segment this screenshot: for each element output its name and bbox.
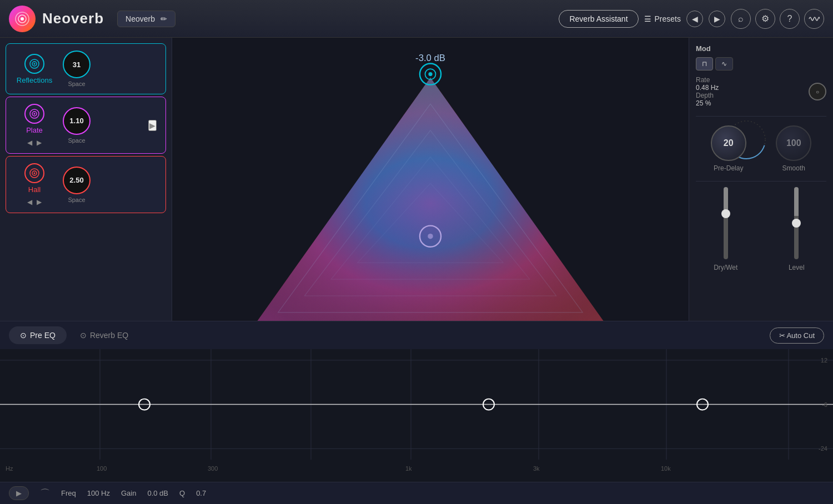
svg-point-11: [34, 173, 36, 174]
help-button[interactable]: ?: [780, 9, 800, 29]
eq-play-button[interactable]: ▶: [9, 486, 29, 500]
divider-1: [696, 116, 826, 117]
level-label: Level: [789, 264, 805, 271]
reflections-icon[interactable]: [24, 54, 44, 74]
settings-icon: ⚙: [761, 13, 769, 24]
eq-bottom-bar: ▶ ⌒ Freq 100 Hz Gain 0.0 dB Q 0.7: [0, 482, 833, 504]
svg-text:300: 300: [208, 465, 218, 472]
plate-next-button[interactable]: ▶: [37, 139, 42, 147]
svg-text:12: 12: [821, 357, 827, 364]
prev-preset-button[interactable]: ◀: [686, 11, 703, 27]
right-panel: Mod ⊓ ∿ Rate 0.48 Hz Depth 25 % ○: [689, 38, 833, 321]
svg-text:-3.0 dB: -3.0 dB: [415, 53, 445, 63]
smooth-knob[interactable]: 100: [776, 125, 811, 161]
hall-next-button[interactable]: ▶: [37, 198, 42, 206]
reflections-knob-container: 31 Space: [63, 51, 91, 87]
reverb-visualization: -3.0 dB -3.0 dB -3.0 dB: [172, 38, 689, 321]
hall-icon-area: Hall ◀ ▶: [15, 163, 54, 206]
predelay-knob[interactable]: 20: [711, 125, 746, 161]
gain-label: Gain: [121, 489, 136, 497]
q-label: Q: [179, 489, 185, 497]
reflections-label: Reflections: [17, 76, 52, 84]
auto-cut-button[interactable]: ✂ Auto Cut: [770, 327, 825, 344]
level-slider[interactable]: [794, 187, 799, 259]
hall-section: Hall ◀ ▶ 2.50 Space: [6, 156, 166, 213]
plate-prev-button[interactable]: ◀: [27, 139, 32, 147]
svg-point-5: [34, 63, 36, 64]
large-knobs-row: 20 Pre-Delay 100 Smooth: [696, 122, 826, 172]
preset-name-box[interactable]: Neoverb ✏: [117, 11, 175, 27]
mod-buttons: ⊓ ∿: [696, 57, 826, 70]
presets-label: Presets: [655, 14, 681, 23]
plate-icon[interactable]: [24, 104, 44, 124]
next-preset-button[interactable]: ▶: [709, 11, 725, 27]
reflections-icon-area: Reflections: [15, 54, 54, 84]
plate-label: Plate: [26, 126, 43, 134]
mod-sine-button[interactable]: ∿: [715, 57, 733, 70]
plate-knob-container: 1.10 Space: [63, 107, 91, 144]
reflections-space-knob[interactable]: 31: [63, 51, 91, 78]
pre-eq-icon: ⊙: [20, 331, 27, 340]
hall-space-knob[interactable]: 2.50: [63, 167, 91, 194]
svg-text:Hz: Hz: [6, 465, 13, 472]
drywet-label: Dry/Wet: [714, 264, 737, 271]
edit-icon[interactable]: ✏: [160, 14, 167, 23]
mod-title: Mod: [696, 44, 826, 53]
depth-value: 25 %: [696, 99, 719, 107]
plate-space-knob[interactable]: 1.10: [63, 107, 91, 135]
help-icon: ?: [787, 14, 792, 24]
mod-depth-knob[interactable]: ○: [809, 83, 826, 100]
wave-icon: [809, 14, 820, 23]
svg-point-34: [428, 234, 433, 239]
reverb-eq-icon: ⊙: [80, 331, 87, 340]
hall-prev-button[interactable]: ◀: [27, 198, 32, 206]
rate-label: Rate: [696, 76, 719, 84]
drywet-slider-container: Dry/Wet: [696, 187, 756, 271]
plate-arrows: ◀ ▶: [27, 139, 42, 147]
topbar-right: ⌕ ⚙ ?: [731, 9, 824, 29]
reflections-space-label: Space: [68, 80, 85, 87]
search-button[interactable]: ⌕: [731, 9, 751, 29]
settings-button[interactable]: ⚙: [755, 9, 775, 29]
center-controls: Reverb Assistant ☰ Presets ◀ ▶ ⌕ ⚙ ?: [559, 9, 824, 29]
tab-pre-eq[interactable]: ⊙ Pre EQ: [9, 326, 67, 344]
preset-name-text: Neoverb: [126, 14, 155, 23]
eq-tabs-bar: ⊙ Pre EQ ⊙ Reverb EQ ✂ Auto Cut: [0, 321, 833, 349]
divider-2: [696, 181, 826, 182]
mod-square-button[interactable]: ⊓: [696, 57, 713, 70]
svg-text:-6: -6: [822, 401, 827, 408]
hall-knob-container: 2.50 Space: [63, 167, 91, 203]
reverb-assistant-button[interactable]: Reverb Assistant: [559, 10, 638, 28]
search-icon: ⌕: [738, 14, 744, 24]
hall-label: Hall: [28, 185, 41, 194]
presets-menu-icon: ☰: [644, 14, 651, 23]
svg-text:-24: -24: [819, 445, 827, 452]
main-area: Reflections 31 Space Plate: [0, 38, 833, 321]
hall-icon[interactable]: [24, 163, 44, 183]
rate-value: 0.48 Hz: [696, 84, 719, 92]
smooth-container: 100 Smooth: [776, 125, 811, 172]
plate-icon-area: Plate ◀ ▶: [15, 104, 54, 147]
plate-expand-button[interactable]: ▶: [148, 120, 157, 131]
level-slider-container: Level: [767, 187, 827, 271]
predelay-label: Pre-Delay: [714, 164, 743, 172]
svg-text:1k: 1k: [405, 465, 412, 472]
bottom-eq: ⊙ Pre EQ ⊙ Reverb EQ ✂ Auto Cut: [0, 321, 833, 504]
eq-area: 12 -6 -24 Hz 100 300 1k 3k 10k: [0, 349, 833, 482]
topbar: Neoverb Neoverb ✏ Reverb Assistant ☰ Pre…: [0, 0, 833, 38]
wave-button[interactable]: [804, 9, 824, 29]
freq-label: Freq: [61, 489, 76, 497]
drywet-slider[interactable]: [724, 187, 728, 259]
presets-button[interactable]: ☰ Presets: [644, 14, 681, 23]
predelay-container: 20 Pre-Delay: [711, 122, 746, 172]
plate-section: Plate ◀ ▶ 1.10 Space ▶: [6, 97, 166, 154]
smooth-label: Smooth: [782, 164, 805, 172]
freq-value: 100 Hz: [87, 489, 110, 497]
eq-curve-button[interactable]: ⌒: [40, 487, 50, 500]
svg-text:3k: 3k: [533, 465, 540, 472]
tab-reverb-eq[interactable]: ⊙ Reverb EQ: [69, 326, 139, 344]
app-name: Neoverb: [42, 10, 104, 27]
hall-space-label: Space: [68, 196, 85, 203]
svg-point-2: [21, 17, 24, 21]
q-value: 0.7: [196, 489, 206, 497]
